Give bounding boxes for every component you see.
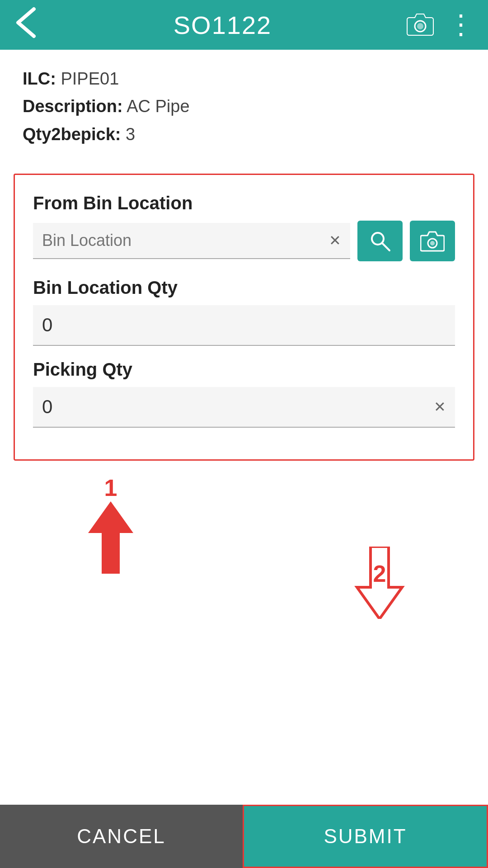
page-title: SO1122 — [174, 10, 272, 40]
qty2bepick-label: Qty2bepick: — [23, 125, 121, 144]
description-value: AC Pipe — [127, 97, 189, 116]
camera-header-button[interactable] — [407, 12, 434, 38]
back-button[interactable] — [14, 7, 38, 43]
bottom-action-bar: CANCEL SUBMIT — [0, 805, 488, 868]
qty2bepick-value: 3 — [126, 125, 135, 144]
main-content: ILC: PIPE01 Description: AC Pipe Qty2bep… — [0, 50, 488, 805]
up-arrow-icon — [84, 501, 138, 574]
ilc-value: PIPE01 — [61, 69, 119, 88]
picking-qty-wrapper: 0 ✕ — [33, 387, 455, 428]
description-row: Description: AC Pipe — [23, 95, 465, 118]
bin-location-input-wrapper: ✕ — [33, 223, 350, 259]
svg-point-1 — [417, 23, 423, 29]
bin-location-qty-value: 0 — [42, 314, 52, 336]
svg-marker-6 — [88, 501, 133, 574]
picking-qty-label: Picking Qty — [33, 359, 455, 380]
picking-qty-value: 0 — [42, 396, 52, 418]
bin-location-clear-icon[interactable]: ✕ — [329, 232, 341, 249]
annotation-area: 1 2 — [0, 470, 488, 696]
form-card: From Bin Location ✕ Bin Locati — [14, 174, 474, 461]
ilc-label: ILC: — [23, 69, 56, 88]
bin-location-qty-wrapper: 0 — [33, 305, 455, 346]
annotation-1-number: 1 — [104, 474, 117, 501]
from-bin-location-label: From Bin Location — [33, 193, 455, 213]
description-label: Description: — [23, 97, 123, 116]
svg-line-3 — [382, 243, 389, 250]
cancel-button[interactable]: CANCEL — [0, 805, 243, 868]
more-options-button[interactable]: ⋮ — [447, 11, 474, 38]
submit-button[interactable]: SUBMIT — [243, 805, 488, 868]
bin-location-camera-button[interactable] — [410, 221, 455, 261]
app-header: SO1122 ⋮ — [0, 0, 488, 50]
bin-location-input[interactable] — [42, 231, 329, 250]
bin-location-search-button[interactable] — [357, 221, 403, 261]
annotation-1: 1 — [84, 474, 138, 574]
bin-location-qty-label: Bin Location Qty — [33, 278, 455, 298]
picking-qty-clear-icon[interactable]: ✕ — [434, 398, 446, 415]
svg-point-5 — [430, 241, 435, 245]
bin-location-row: ✕ — [33, 221, 455, 261]
qty-row: Qty2bepick: 3 — [23, 123, 465, 146]
item-info-section: ILC: PIPE01 Description: AC Pipe Qty2bep… — [0, 50, 488, 165]
annotation-2-number: 2 — [373, 560, 386, 587]
ilc-row: ILC: PIPE01 — [23, 68, 465, 90]
annotation-2: 2 — [352, 547, 407, 587]
